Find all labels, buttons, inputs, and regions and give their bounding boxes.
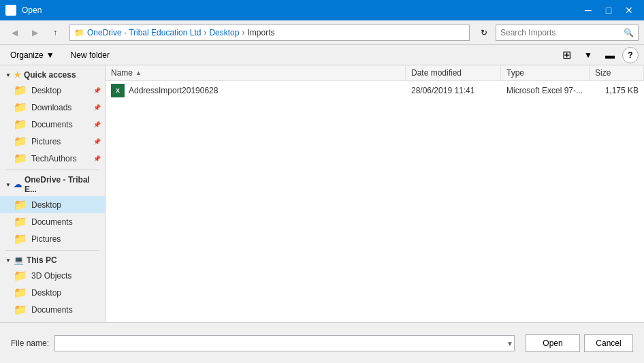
folder-green-icon: 📁 [14,198,27,211]
window-title: Open [22,5,42,15]
back-button[interactable]: ◀ [5,24,23,42]
search-icon: 🔍 [624,28,634,37]
excel-icon-wrapper: X [111,84,125,97]
divider-1 [5,170,99,170]
folder-blue-icon: 📁 [14,286,27,299]
up-button[interactable]: ↑ [46,24,64,42]
sidebar-item-3dobjects[interactable]: 📁 3D Objects [0,267,105,284]
sidebar-item-label: Documents [31,217,73,227]
breadcrumb: 📁 OneDrive - Tribal Education Ltd › Desk… [69,25,470,41]
this-pc-header[interactable]: ▼ 💻 This PC [0,253,105,267]
filename-input[interactable] [54,335,515,351]
view-chevron-icon: ▼ [584,50,592,60]
sidebar-item-documents-onedrive[interactable]: 📁 Documents [0,213,105,230]
onedrive-expand-icon: ▼ [5,182,11,188]
sidebar-item-desktop-quick[interactable]: 📁 Desktop 📌 [0,82,105,99]
sidebar-item-techauthors-quick[interactable]: 📁 TechAuthors 📌 [0,150,105,167]
view-pane-button[interactable]: ▬ [600,47,619,63]
window-controls: ─ □ ✕ [579,1,639,20]
navigation-toolbar: ◀ ▶ ↑ 📁 OneDrive - Tribal Education Ltd … [0,20,644,45]
view-dropdown-button[interactable]: ▼ [579,47,598,63]
filename-label: File name: [11,338,49,348]
open-button[interactable]: Open [526,334,580,352]
pin-icon: 📌 [93,104,101,111]
divider-2 [5,250,99,251]
svg-rect-0 [7,7,10,10]
breadcrumb-desktop[interactable]: Desktop [209,28,239,37]
pin-icon: 📌 [93,87,101,94]
organize-chevron-icon: ▼ [46,50,54,60]
sidebar-item-label: Desktop [31,200,61,210]
search-box[interactable]: 🔍 [496,25,639,41]
quick-access-star-icon: ★ [14,70,21,80]
up-icon: ↑ [53,28,57,37]
svg-rect-2 [7,11,10,14]
col-header-size[interactable]: Size [590,65,644,80]
pin-icon: 📌 [93,155,101,162]
title-bar-left: Open [5,5,42,16]
onedrive-header[interactable]: ▼ ☁ OneDrive - Tribal E... [0,173,105,196]
search-input[interactable] [500,28,621,37]
quick-access-section: ▼ ★ Quick access 📁 Desktop 📌 📁 Downloads… [0,68,105,167]
file-name-label: AddressImport20190628 [129,86,218,95]
sidebar-item-desktop-onedrive[interactable]: 📁 Desktop [0,196,105,213]
bottom-bar: File name: ▼ Open Cancel [0,322,644,363]
sidebar-item-label: Downloads [31,103,71,112]
table-row[interactable]: X AddressImport20190628 28/06/2019 11:41… [106,81,644,101]
toolbar2-right: ⊞ ▼ ▬ ? [557,47,639,63]
breadcrumb-folder-icon: 📁 [74,28,84,37]
file-list-header: Name ▲ Date modified Type Size [106,65,644,81]
folder-blue-icon: 📁 [14,303,27,316]
sidebar: ▼ ★ Quick access 📁 Desktop 📌 📁 Downloads… [0,65,106,322]
sidebar-item-documents-pc[interactable]: 📁 Documents [0,301,105,318]
this-pc-expand-icon: ▼ [5,257,11,264]
col-header-date[interactable]: Date modified [406,65,501,80]
file-cell-date: 28/06/2019 11:41 [406,84,501,97]
organize-toolbar: Organize ▼ New folder ⊞ ▼ ▬ ? [0,45,644,65]
onedrive-section: ▼ ☁ OneDrive - Tribal E... 📁 Desktop 📁 D… [0,173,105,247]
col-type-label: Type [506,68,524,78]
sidebar-item-downloads-quick[interactable]: 📁 Downloads 📌 [0,99,105,116]
sidebar-item-pictures-onedrive[interactable]: 📁 Pictures [0,230,105,247]
main-content: ▼ ★ Quick access 📁 Desktop 📌 📁 Downloads… [0,65,644,322]
maximize-button[interactable]: □ [599,1,618,20]
file-list: Name ▲ Date modified Type Size X Address… [106,65,644,322]
breadcrumb-current: Imports [247,28,274,37]
minimize-button[interactable]: ─ [579,1,598,20]
sidebar-item-desktop-pc[interactable]: 📁 Desktop [0,284,105,301]
folder-blue-icon: 📁 [14,135,27,148]
title-bar: Open ─ □ ✕ [0,0,644,20]
new-folder-button[interactable]: New folder [65,48,116,63]
forward-button[interactable]: ▶ [26,24,44,42]
col-header-type[interactable]: Type [501,65,590,80]
filename-dropdown-icon[interactable]: ▼ [506,339,513,347]
svg-rect-1 [12,7,14,10]
cancel-button[interactable]: Cancel [584,334,633,352]
col-header-name[interactable]: Name ▲ [106,65,406,80]
sidebar-item-label: Documents [31,120,73,129]
this-pc-label: This PC [27,255,57,265]
sidebar-item-label: Documents [31,305,73,315]
sidebar-item-label: TechAuthors [31,154,77,163]
close-button[interactable]: ✕ [619,1,639,20]
view-grid-button[interactable]: ⊞ [557,47,576,63]
breadcrumb-onedrive[interactable]: OneDrive - Tribal Education Ltd [87,28,201,37]
quick-access-header[interactable]: ▼ ★ Quick access [0,68,105,82]
help-icon: ? [628,50,632,60]
view-grid-icon: ⊞ [562,48,571,61]
filename-input-wrapper: ▼ [54,335,515,351]
organize-label: Organize [10,50,44,60]
onedrive-label: OneDrive - Tribal E... [25,175,99,194]
folder-green-icon: 📁 [14,232,27,245]
sidebar-item-pictures-quick[interactable]: 📁 Pictures 📌 [0,133,105,150]
organize-button[interactable]: Organize ▼ [5,48,59,63]
sidebar-item-documents-quick[interactable]: 📁 Documents 📌 [0,116,105,133]
help-button[interactable]: ? [622,47,639,63]
svg-rect-3 [12,11,14,14]
sidebar-item-label: Desktop [31,288,61,298]
folder-yellow-icon: 📁 [14,152,27,165]
quick-access-label: Quick access [24,70,76,80]
refresh-button[interactable]: ↻ [475,24,493,42]
sidebar-item-label: Pictures [31,137,61,146]
file-cell-name: X AddressImport20190628 [106,82,406,99]
